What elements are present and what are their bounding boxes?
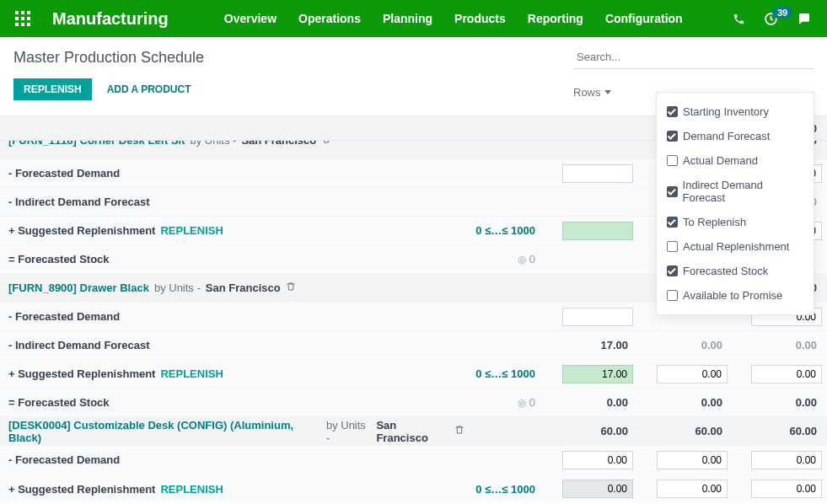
row-replenish-button[interactable]: REPLENISH xyxy=(160,224,223,237)
section-value: 60.00 xyxy=(733,425,827,437)
rows-option-demand-forecast[interactable]: Demand Forecast xyxy=(657,124,814,148)
apps-icon[interactable] xyxy=(15,11,30,26)
rows-option-starting-inventory[interactable]: Starting Inventory xyxy=(657,99,814,124)
app-brand[interactable]: Manufacturing xyxy=(52,9,169,29)
demand-input[interactable] xyxy=(562,451,633,469)
product-section: [DESK0004] Customizable Desk (CONFIG) (A… xyxy=(0,417,827,446)
checkbox-icon xyxy=(667,155,678,166)
section-value: 60.00 xyxy=(638,425,733,437)
replenish-input[interactable] xyxy=(751,480,822,498)
replenish-input[interactable] xyxy=(562,365,633,383)
chevron-down-icon xyxy=(604,90,611,94)
product-location: San Francisco xyxy=(206,281,281,294)
activity-badge: 39 xyxy=(772,7,792,19)
replenish-input[interactable] xyxy=(657,480,728,498)
row-label: = Forecasted Stock xyxy=(8,396,465,409)
rows-dropdown: Starting Inventory Demand Forecast Actua… xyxy=(656,92,814,315)
stock-value: 0.00 xyxy=(638,396,733,409)
checkbox-icon xyxy=(667,186,678,197)
section-value: 60.00 xyxy=(544,425,638,437)
svg-rect-5 xyxy=(27,17,30,20)
nav-reporting[interactable]: Reporting xyxy=(528,12,583,25)
checkbox-icon xyxy=(667,265,678,276)
svg-rect-4 xyxy=(21,17,24,20)
row-replenish-button[interactable]: REPLENISH xyxy=(160,367,223,380)
demand-input[interactable] xyxy=(751,451,822,469)
svg-rect-3 xyxy=(15,17,19,20)
replenish-input[interactable] xyxy=(562,480,633,498)
indirect-value: 0.00 xyxy=(733,339,827,351)
row-label: + Suggested Replenishment xyxy=(8,483,155,496)
product-location: San Francisco xyxy=(241,141,316,147)
phone-icon[interactable] xyxy=(733,13,745,25)
nav-products[interactable]: Products xyxy=(454,12,506,25)
suggested-replenishment-row: + Suggested Replenishment REPLENISH 0 ≤…… xyxy=(0,360,827,389)
top-nav: Manufacturing Overview Operations Planni… xyxy=(0,0,827,37)
replenish-button[interactable]: REPLENISH xyxy=(13,78,92,100)
replenish-input[interactable] xyxy=(751,365,822,383)
checkbox-icon xyxy=(667,241,678,252)
product-sku[interactable]: [FURN_8900] Drawer Black xyxy=(8,281,149,294)
trash-icon[interactable] xyxy=(286,281,296,294)
row-label: - Forecasted Demand xyxy=(8,310,465,323)
rows-dropdown-trigger[interactable]: Rows xyxy=(573,86,611,99)
target-zero: 0 xyxy=(529,253,535,265)
checkbox-icon xyxy=(667,131,678,142)
rows-option-actual-replenishment[interactable]: Actual Replenishment xyxy=(657,234,814,259)
range-label: 0 ≤…≤ 1000 xyxy=(465,224,544,237)
by-units-label: by Units - xyxy=(326,419,372,444)
row-label: - Forecasted Demand xyxy=(8,453,465,466)
nav-overview[interactable]: Overview xyxy=(224,12,277,25)
indirect-value: 17.00 xyxy=(544,339,638,351)
search-area: Rows Starting Inventory Demand Forecast … xyxy=(573,46,814,99)
rows-option-actual-demand[interactable]: Actual Demand xyxy=(657,148,814,173)
nav-planning[interactable]: Planning xyxy=(383,12,432,25)
row-label: - Forecasted Demand xyxy=(8,167,465,180)
target-icon: ◎ xyxy=(518,397,526,409)
indirect-value: 0.00 xyxy=(638,339,733,351)
checkbox-icon xyxy=(667,217,678,228)
demand-input[interactable] xyxy=(562,164,633,183)
rows-option-available-to-promise[interactable]: Available to Promise xyxy=(657,283,814,308)
svg-rect-2 xyxy=(27,11,30,14)
add-product-button[interactable]: ADD A PRODUCT xyxy=(107,83,191,95)
rows-option-indirect-demand[interactable]: Indirect Demand Forecast xyxy=(657,173,814,210)
forecasted-demand-row: - Forecasted Demand xyxy=(0,446,827,475)
svg-rect-6 xyxy=(15,23,19,26)
page-title: Master Production Schedule xyxy=(13,49,204,67)
replenish-input[interactable] xyxy=(562,222,633,240)
nav-configuration[interactable]: Configuration xyxy=(605,12,683,25)
rows-label: Rows xyxy=(573,86,601,99)
row-label: + Suggested Replenishment xyxy=(8,367,155,380)
row-label: + Suggested Replenishment xyxy=(8,224,155,237)
range-label: 0 ≤…≤ 1000 xyxy=(465,483,544,496)
svg-rect-0 xyxy=(15,11,19,14)
svg-rect-8 xyxy=(27,23,30,26)
product-sku[interactable]: [FURN_1118] Corner Desk Left Sit xyxy=(8,141,185,147)
rows-option-to-replenish[interactable]: To Replenish xyxy=(657,210,814,234)
svg-rect-7 xyxy=(21,23,24,26)
row-label: - Indirect Demand Forecast xyxy=(8,339,465,351)
activity-icon[interactable]: 39 xyxy=(764,12,778,26)
stock-value: 0.00 xyxy=(733,396,827,409)
target-icon: ◎ xyxy=(518,254,526,265)
row-label: - Indirect Demand Forecast xyxy=(8,196,465,208)
checkbox-icon xyxy=(667,290,678,301)
trash-icon[interactable] xyxy=(454,425,465,437)
checkbox-icon xyxy=(667,106,678,117)
trash-icon[interactable] xyxy=(321,141,331,147)
indirect-demand-row: - Indirect Demand Forecast 17.00 0.00 0.… xyxy=(0,331,827,360)
replenish-input[interactable] xyxy=(657,365,728,383)
row-replenish-button[interactable]: REPLENISH xyxy=(160,483,223,496)
chat-icon[interactable] xyxy=(797,11,812,26)
by-units-label: by Units - xyxy=(154,281,201,294)
nav-operations[interactable]: Operations xyxy=(298,12,361,25)
demand-input[interactable] xyxy=(657,451,728,469)
by-units-label: by Units - xyxy=(191,141,237,147)
search-input[interactable] xyxy=(573,46,814,69)
suggested-replenishment-row: + Suggested Replenishment REPLENISH 0 ≤…… xyxy=(0,475,827,503)
row-label: = Forecasted Stock xyxy=(8,253,465,265)
product-sku[interactable]: [DESK0004] Customizable Desk (CONFIG) (A… xyxy=(8,419,321,444)
rows-option-forecasted-stock[interactable]: Forecasted Stock xyxy=(657,259,814,283)
demand-input[interactable] xyxy=(562,308,633,326)
